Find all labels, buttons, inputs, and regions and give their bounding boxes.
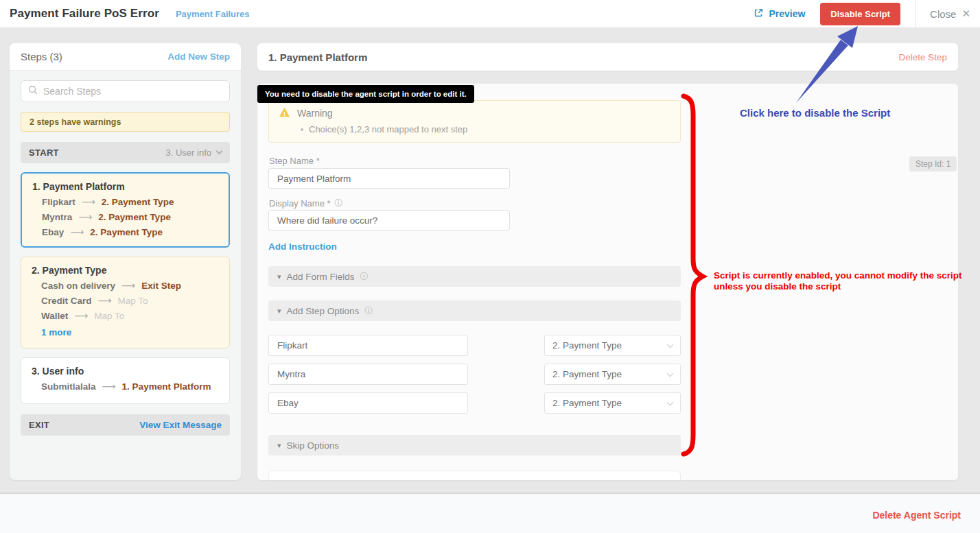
mapping-source: Credit Card <box>41 296 92 306</box>
choice-target-select-3[interactable]: 2. Payment Type <box>544 392 681 414</box>
info-icon: ⓘ <box>360 271 369 283</box>
external-link-icon <box>754 8 764 20</box>
breadcrumb[interactable]: Payment Failures <box>176 9 250 19</box>
step-card-title: 1. Payment Platform <box>32 181 218 192</box>
close-icon: ✕ <box>961 8 970 20</box>
delete-agent-script-button[interactable]: Delete Agent Script <box>872 510 961 521</box>
mapping-target: 2. Payment Type <box>98 212 171 222</box>
bullet-icon <box>301 128 303 131</box>
mapping-source: Cash on delivery <box>41 281 115 291</box>
add-step-options-accordion[interactable]: ▾ Add Step Options ⓘ <box>268 300 681 321</box>
mapping-row: Wallet ⟶ Map To <box>41 310 219 321</box>
add-form-fields-accordion[interactable]: ▾ Add Form Fields ⓘ <box>268 266 681 287</box>
annotation-disable-note: Click here to disable the Script <box>740 107 890 119</box>
select-value: 2. Payment Type <box>552 398 622 408</box>
long-arrow-icon: ⟶ <box>70 226 84 237</box>
long-arrow-icon: ⟶ <box>102 381 116 392</box>
warning-header: ! Warning <box>279 107 670 119</box>
step-card-payment-platform[interactable]: 1. Payment Platform Flipkart ⟶ 2. Paymen… <box>21 172 230 248</box>
accordion-label: Add Form Fields <box>287 272 355 282</box>
caret-down-icon: ▾ <box>277 307 281 316</box>
choice-input-1[interactable] <box>268 335 468 356</box>
step-warning-box: ! Warning Choice(s) 1,2,3 not mapped to … <box>268 100 681 143</box>
close-button[interactable]: Close ✕ <box>930 8 970 20</box>
step-name-label: Step Name * <box>269 156 320 166</box>
info-icon: ⓘ <box>364 305 373 317</box>
step-id-badge: Step Id: 1 <box>909 156 957 171</box>
step-editor-title: 1. Payment Platform <box>268 51 367 63</box>
add-instruction-link[interactable]: Add Instruction <box>268 241 337 252</box>
sidebar-header: Steps (3) Add New Step <box>10 43 241 71</box>
mapping-row: Ebay ⟶ 2. Payment Type <box>42 226 218 237</box>
step-name-input[interactable] <box>268 168 510 189</box>
chevron-down-icon <box>667 399 674 405</box>
exit-row: EXIT View Exit Message <box>21 414 230 436</box>
mapping-row: Credit Card ⟶ Map To <box>41 295 219 306</box>
chevron-down-icon <box>667 341 674 348</box>
divider <box>915 0 916 28</box>
mapping-target: Exit Step <box>141 281 181 291</box>
mapping-source: Ebay <box>42 227 64 237</box>
mapping-target-unmapped: Map To <box>94 311 124 321</box>
search-icon <box>28 85 38 97</box>
select-value: 2. Payment Type <box>552 369 622 379</box>
mapping-row: Submitlalala ⟶ 1. Payment Platform <box>41 381 219 392</box>
mapping-source: Submitlalala <box>41 381 96 392</box>
mapping-target-unmapped: Map To <box>118 296 148 306</box>
choice-input-3[interactable] <box>268 392 468 414</box>
steps-sidebar: Steps (3) Add New Step Search Steps 2 st… <box>10 43 241 480</box>
step-card-user-info[interactable]: 3. User info Submitlalala ⟶ 1. Payment P… <box>21 357 230 404</box>
choice-target-select-2[interactable]: 2. Payment Type <box>544 364 681 385</box>
warning-item: Choice(s) 1,2,3 not mapped to next step <box>301 124 670 134</box>
mapping-row: Flipkart ⟶ 2. Payment Type <box>42 196 218 207</box>
svg-text:!: ! <box>283 110 285 117</box>
long-arrow-icon: ⟶ <box>98 295 112 306</box>
start-label: START <box>29 147 59 158</box>
long-arrow-icon: ⟶ <box>121 280 135 291</box>
long-arrow-icon: ⟶ <box>74 310 88 321</box>
mapping-source: Flipkart <box>42 197 75 207</box>
mapping-source: Myntra <box>42 212 72 222</box>
delete-step-button[interactable]: Delete Step <box>898 52 947 62</box>
sidebar-body: Search Steps 2 steps have warnings START… <box>10 71 241 445</box>
footer-bar: Delete Agent Script <box>0 493 980 533</box>
step-card-title: 3. User info <box>32 366 219 377</box>
annotation-enabled-note: Script is currently enabled, you cannot … <box>714 270 973 292</box>
info-icon: ⓘ <box>335 198 343 209</box>
start-target-value: 3. User info <box>166 147 211 158</box>
mapping-source: Wallet <box>41 311 68 321</box>
annotation-brace-icon <box>677 92 711 458</box>
clipped-section-box <box>268 471 681 480</box>
mapping-target: 2. Payment Type <box>102 197 174 207</box>
chevron-down-icon <box>216 148 223 155</box>
warning-item-text: Choice(s) 1,2,3 not mapped to next step <box>309 124 467 134</box>
step-card-payment-type[interactable]: 2. Payment Type Cash on delivery ⟶ Exit … <box>21 257 230 348</box>
mapping-target: 1. Payment Platform <box>122 381 211 392</box>
show-more-mappings-link[interactable]: 1 more <box>41 327 219 337</box>
page-title: Payment Failure PoS Error <box>10 7 159 21</box>
skip-options-accordion[interactable]: ▾ Skip Options <box>268 435 681 455</box>
accordion-label: Add Step Options <box>287 306 360 316</box>
view-exit-message-link[interactable]: View Exit Message <box>139 420 222 430</box>
warning-triangle-icon: ! <box>279 107 290 119</box>
caret-down-icon: ▾ <box>277 272 281 281</box>
steps-count-title: Steps (3) <box>21 51 62 62</box>
exit-label: EXIT <box>29 420 49 430</box>
add-new-step-button[interactable]: Add New Step <box>167 51 230 62</box>
chevron-down-icon <box>667 370 674 377</box>
select-value: 2. Payment Type <box>552 340 622 351</box>
mapping-row: Cash on delivery ⟶ Exit Step <box>41 280 219 291</box>
choice-target-select-1[interactable]: 2. Payment Type <box>544 335 681 356</box>
display-name-input[interactable] <box>268 210 510 230</box>
search-steps-box[interactable]: Search Steps <box>21 80 230 102</box>
step-name-label-text: Step Name * <box>269 156 320 166</box>
accordion-label: Skip Options <box>287 440 340 451</box>
mapping-row: Myntra ⟶ 2. Payment Type <box>42 211 218 222</box>
start-target-select[interactable]: 3. User info <box>166 147 222 158</box>
warning-title: Warning <box>297 108 333 119</box>
choice-input-2[interactable] <box>268 364 468 385</box>
agent-script-editor: Payment Failure PoS Error Payment Failur… <box>0 0 980 533</box>
steps-warning-banner: 2 steps have warnings <box>21 112 230 132</box>
display-name-label-text: Display Name * <box>269 198 331 209</box>
close-label: Close <box>930 8 956 20</box>
